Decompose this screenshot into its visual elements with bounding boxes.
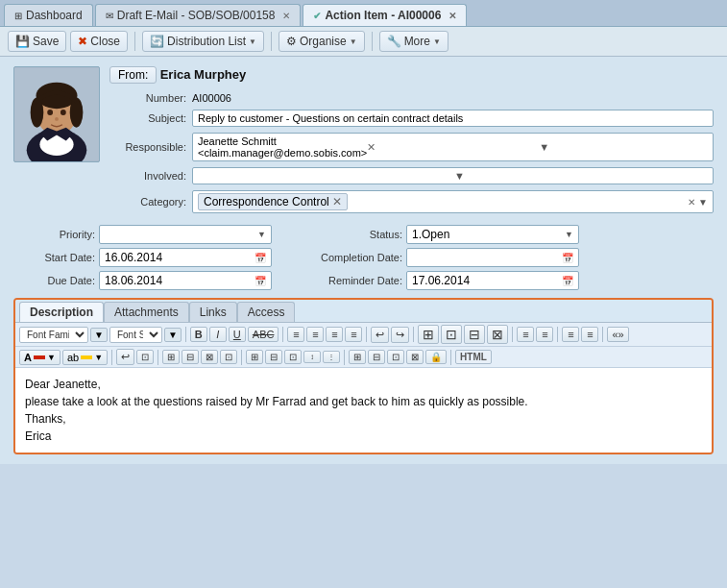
close-button[interactable]: ✖ Close bbox=[70, 31, 128, 52]
redo-button[interactable]: ↪ bbox=[391, 327, 409, 343]
tab-dashboard[interactable]: ⊞ Dashboard bbox=[4, 4, 93, 26]
completion-date-input[interactable]: 📅 bbox=[406, 248, 579, 267]
copy-format-button[interactable]: ⊡ bbox=[136, 350, 154, 364]
editor-tabs: Description Attachments Links Access bbox=[15, 300, 712, 323]
completion-date-label: Completion Date: bbox=[287, 252, 402, 263]
priority-select[interactable]: ▼ bbox=[99, 225, 272, 244]
due-date-calendar-icon[interactable]: 📅 bbox=[254, 276, 266, 286]
involved-dropdown-arrow[interactable]: ▼ bbox=[451, 170, 708, 182]
tb4[interactable]: ⊡ bbox=[220, 350, 237, 364]
tb7[interactable]: ⊡ bbox=[284, 350, 302, 364]
insert-table-button[interactable]: ⊞ bbox=[418, 325, 439, 344]
list-unordered-button[interactable]: ≡ bbox=[517, 327, 534, 342]
responsible-row: Responsible: Jeanette Schmitt <claim.man… bbox=[109, 133, 714, 161]
font-color-button[interactable]: A ▼ bbox=[19, 350, 61, 365]
align-right-button[interactable]: ≡ bbox=[326, 327, 343, 342]
tb8[interactable]: ↕ bbox=[303, 351, 321, 363]
close-tab-draft-email[interactable]: ✕ bbox=[282, 11, 290, 21]
distribution-list-button[interactable]: 🔄 Distribution List ▼ bbox=[142, 31, 264, 52]
due-date-label: Due Date: bbox=[13, 275, 95, 286]
highlight-color-button[interactable]: ab ▼ bbox=[62, 350, 108, 365]
tb12[interactable]: ⊡ bbox=[387, 350, 404, 364]
tab-action-item[interactable]: ✔ Action Item - AI00006 ✕ bbox=[303, 4, 467, 26]
distribution-list-icon: 🔄 bbox=[150, 35, 164, 48]
category-tag: Correspondence Control ✕ bbox=[198, 193, 348, 210]
underline-button[interactable]: U bbox=[229, 327, 246, 342]
involved-input[interactable]: ▼ bbox=[192, 167, 714, 184]
reminder-date-calendar-icon[interactable]: 📅 bbox=[562, 276, 573, 286]
status-dropdown-arrow: ▼ bbox=[565, 230, 573, 239]
undo-button[interactable]: ↩ bbox=[371, 327, 389, 343]
involved-value bbox=[198, 170, 451, 182]
font-size-dropdown[interactable]: ▼ bbox=[164, 328, 182, 342]
editor-content[interactable]: Dear Jeanette, please take a look at the… bbox=[15, 368, 712, 453]
responsible-dropdown-arrow[interactable]: ▼ bbox=[536, 141, 708, 153]
tb3[interactable]: ⊠ bbox=[201, 350, 218, 364]
html-badge: HTML bbox=[455, 350, 492, 364]
start-date-input[interactable]: 16.06.2014 📅 bbox=[99, 248, 272, 267]
insert-link-button[interactable]: ⊟ bbox=[464, 325, 485, 344]
justify-button[interactable]: ≡ bbox=[345, 327, 362, 342]
subject-input[interactable] bbox=[192, 110, 714, 127]
italic-button[interactable]: I bbox=[209, 327, 227, 342]
tab-description[interactable]: Description bbox=[19, 302, 104, 322]
tb1[interactable]: ⊞ bbox=[162, 350, 180, 364]
contact-name: Erica Murphey bbox=[160, 67, 247, 82]
due-date-input[interactable]: 18.06.2014 📅 bbox=[99, 271, 272, 290]
strikethrough-button[interactable]: ABC bbox=[248, 327, 279, 342]
category-tag-remove[interactable]: ✕ bbox=[332, 195, 342, 208]
save-button[interactable]: 💾 Save bbox=[8, 31, 66, 52]
tb2[interactable]: ⊟ bbox=[182, 350, 199, 364]
tb5[interactable]: ⊞ bbox=[246, 350, 263, 364]
responsible-input[interactable]: Jeanette Schmitt <claim.manager@demo.sob… bbox=[192, 133, 714, 161]
tab-access[interactable]: Access bbox=[237, 302, 296, 322]
indent-increase-button[interactable]: ≡ bbox=[581, 327, 598, 342]
font-color-dropdown[interactable]: ▼ bbox=[47, 353, 56, 362]
tb10[interactable]: ⊞ bbox=[349, 350, 366, 364]
align-left-button[interactable]: ≡ bbox=[287, 327, 304, 342]
more-button[interactable]: 🔧 More ▼ bbox=[379, 31, 448, 52]
tb9[interactable]: ⋮ bbox=[323, 351, 340, 363]
due-date-value: 18.06.2014 bbox=[105, 274, 162, 287]
tab-links[interactable]: Links bbox=[189, 302, 237, 322]
highlight-color-dropdown[interactable]: ▼ bbox=[94, 353, 103, 362]
tb14[interactable]: 🔒 bbox=[425, 350, 447, 364]
mail-icon: ✉ bbox=[106, 11, 113, 21]
list-ordered-button[interactable]: ≡ bbox=[536, 327, 553, 342]
align-center-button[interactable]: ≡ bbox=[306, 327, 324, 342]
editor-sep-7 bbox=[602, 327, 603, 342]
insert-image-button[interactable]: ⊡ bbox=[441, 325, 462, 344]
font-family-select[interactable]: Font Family bbox=[19, 327, 88, 343]
save-icon: 💾 bbox=[15, 35, 30, 48]
tb6[interactable]: ⊟ bbox=[265, 350, 282, 364]
tb13[interactable]: ⊠ bbox=[406, 350, 424, 364]
tab-draft-email[interactable]: ✉ Draft E-Mail - SOB/SOB/00158 ✕ bbox=[95, 4, 302, 26]
editor-sep-9 bbox=[158, 350, 158, 365]
avatar-area bbox=[13, 66, 100, 162]
editor-line-3: Thanks, bbox=[25, 410, 702, 428]
category-input[interactable]: Correspondence Control ✕ ✕ ▼ bbox=[192, 190, 714, 213]
tb11[interactable]: ⊟ bbox=[368, 350, 385, 364]
tab-attachments[interactable]: Attachments bbox=[104, 302, 189, 322]
blockquote-button[interactable]: «» bbox=[607, 327, 628, 342]
category-clear-button[interactable]: ✕ bbox=[688, 197, 695, 208]
category-dropdown-arrow[interactable]: ▼ bbox=[695, 197, 708, 208]
organise-icon: ⚙ bbox=[286, 35, 297, 48]
reminder-date-input[interactable]: 17.06.2014 📅 bbox=[406, 271, 579, 290]
start-date-calendar-icon[interactable]: 📅 bbox=[254, 253, 266, 263]
font-size-select[interactable]: Font Size bbox=[109, 327, 162, 343]
responsible-clear-button[interactable]: ✕ bbox=[367, 141, 536, 154]
priority-dropdown-arrow: ▼ bbox=[257, 230, 266, 239]
from-button[interactable]: From: bbox=[109, 66, 157, 84]
font-family-dropdown[interactable]: ▼ bbox=[90, 328, 108, 342]
close-tab-action-item[interactable]: ✕ bbox=[448, 11, 456, 21]
form-fields: From: Erica Murphey Number: AI00006 Subj… bbox=[109, 66, 714, 215]
bold-button[interactable]: B bbox=[190, 327, 207, 342]
clear-format-button[interactable]: ↩ bbox=[116, 349, 134, 365]
status-select[interactable]: 1.Open ▼ bbox=[406, 225, 579, 244]
insert-special-button[interactable]: ⊠ bbox=[487, 325, 508, 344]
indent-decrease-button[interactable]: ≡ bbox=[562, 327, 579, 342]
toolbar-separator-2 bbox=[271, 32, 272, 51]
completion-date-calendar-icon[interactable]: 📅 bbox=[562, 253, 573, 263]
organise-button[interactable]: ⚙ Organise ▼ bbox=[279, 31, 365, 52]
